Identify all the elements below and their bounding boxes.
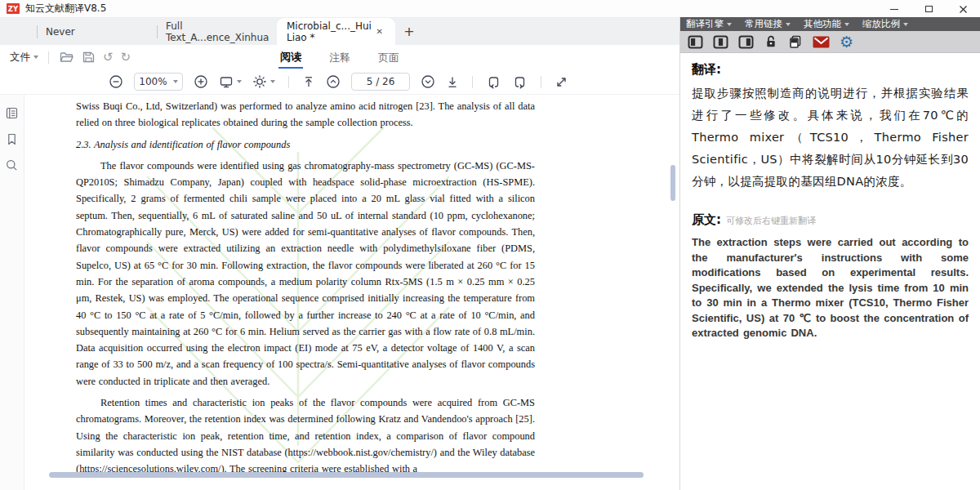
menu-label: 常用链接 bbox=[745, 18, 782, 30]
search-panel-button[interactable] bbox=[5, 158, 19, 172]
bookmark-panel-button[interactable] bbox=[5, 132, 19, 146]
zoom-level-select[interactable]: 100% bbox=[134, 73, 183, 91]
translation-panel: 翻译引擎 常用链接 其他功能 缩放比例 ⚙ bbox=[679, 17, 980, 490]
layout-left-pane-button[interactable] bbox=[688, 35, 703, 49]
menu-label: 翻译引擎 bbox=[686, 18, 724, 30]
document-viewport: Swiss Buqi Co., Ltd, Switzerland) was pe… bbox=[0, 95, 679, 490]
download-button[interactable] bbox=[446, 75, 459, 89]
viewer-sidebar bbox=[0, 95, 24, 490]
toolbar-separator bbox=[541, 76, 541, 88]
tab-close-icon[interactable]: ✕ bbox=[374, 25, 385, 38]
original-label-row: 原文: 可修改后右键重新翻译 bbox=[692, 212, 969, 228]
previous-page-button[interactable] bbox=[326, 74, 341, 89]
menu-common-links[interactable]: 常用链接 bbox=[745, 18, 791, 30]
go-to-top-button[interactable] bbox=[302, 75, 315, 89]
layout-right-pane-button[interactable] bbox=[738, 35, 754, 49]
tab-never[interactable]: Never bbox=[38, 18, 157, 45]
maximize-icon bbox=[925, 6, 933, 12]
tab-page[interactable]: 页面 bbox=[376, 47, 401, 68]
tab-reading[interactable]: 阅读 bbox=[278, 47, 303, 69]
paragraph-intro: Swiss Buqi Co., Ltd, Switzerland) was pe… bbox=[76, 98, 535, 131]
chevron-down-icon bbox=[786, 23, 791, 26]
original-hint: 可修改后右键重新翻译 bbox=[726, 215, 816, 227]
background-theme-select[interactable] bbox=[252, 74, 275, 89]
toolbar-separator bbox=[48, 51, 49, 64]
pdf-reader-region: Never Full Text_A...ence_Xinhua Microbia… bbox=[0, 18, 679, 490]
menu-label: 缩放比例 bbox=[862, 18, 900, 30]
chevron-down-icon bbox=[903, 23, 908, 26]
horizontal-scrollbar[interactable] bbox=[49, 472, 644, 478]
pdf-toolbar: 100% bbox=[0, 69, 679, 95]
minimize-button[interactable] bbox=[877, 0, 911, 18]
vertical-scrollbar[interactable] bbox=[670, 165, 675, 201]
tab-annotation[interactable]: 注释 bbox=[327, 47, 352, 68]
zoom-in-button[interactable] bbox=[194, 74, 208, 89]
paragraph-retention: Retention times and characteristic ion p… bbox=[76, 394, 535, 477]
menu-label: 其他功能 bbox=[804, 18, 841, 30]
toolbar-separator bbox=[472, 76, 473, 88]
close-icon bbox=[959, 5, 968, 14]
zoom-level-value: 100% bbox=[139, 76, 167, 87]
layout-center-pane-button[interactable] bbox=[713, 35, 728, 49]
rotate-left-button[interactable] bbox=[486, 74, 501, 90]
next-page-button[interactable] bbox=[421, 74, 435, 89]
pdf-page-text: Swiss Buqi Co., Ltd, Switzerland) was pe… bbox=[76, 98, 535, 478]
chevron-down-icon bbox=[727, 23, 732, 26]
translation-text[interactable]: 提取步骤按照制造商的说明进行，并根据实验结果进行了一些修改。具体来说，我们在70… bbox=[692, 82, 969, 193]
plus-icon: + bbox=[403, 24, 414, 39]
chevron-down-icon bbox=[33, 56, 38, 59]
settings-gear-button[interactable]: ⚙ bbox=[840, 34, 853, 50]
display-mode-icon bbox=[219, 75, 234, 89]
original-label: 原文: bbox=[692, 212, 721, 228]
chevron-down-icon bbox=[270, 80, 275, 83]
undo-button[interactable]: ↺ bbox=[103, 51, 114, 64]
app-window: ZY 知云文献翻译V8.5 Never Full Text_A...ence_X… bbox=[0, 0, 980, 490]
tab-bar-spacer bbox=[0, 18, 37, 45]
close-button[interactable] bbox=[946, 0, 980, 18]
copy-pages-button[interactable] bbox=[788, 34, 803, 49]
minimize-icon bbox=[890, 9, 898, 10]
tab-label: Microbial_c..._Hui Liao * bbox=[287, 20, 374, 43]
redo-button[interactable]: ↻ bbox=[121, 51, 131, 64]
tab-fulltext[interactable]: Full Text_A...ence_Xinhua bbox=[158, 18, 277, 45]
title-bar: ZY 知云文献翻译V8.5 bbox=[0, 0, 980, 18]
chevron-down-icon bbox=[237, 80, 242, 83]
menu-zoom-ratio[interactable]: 缩放比例 bbox=[862, 18, 908, 30]
file-group: 文件 ↺ ↻ bbox=[10, 51, 131, 65]
section-heading: 2.3. Analysis and identification of flav… bbox=[76, 136, 535, 153]
toolbar-separator bbox=[288, 76, 289, 88]
panel-content: 翻译: 提取步骤按照制造商的说明进行，并根据实验结果进行了一些修改。具体来说，我… bbox=[680, 53, 980, 341]
fullscreen-button[interactable] bbox=[555, 75, 568, 89]
main-toolbar: 文件 ↺ ↻ 阅读 注释 页面 bbox=[0, 45, 679, 69]
zoom-out-button[interactable] bbox=[109, 74, 123, 89]
tab-label: Full Text_A...ence_Xinhua bbox=[166, 20, 277, 43]
brightness-icon bbox=[252, 74, 267, 89]
open-folder-button[interactable] bbox=[59, 51, 74, 64]
rotate-right-button[interactable] bbox=[512, 74, 528, 90]
panel-menu-bar: 翻译引擎 常用链接 其他功能 缩放比例 bbox=[680, 17, 980, 31]
save-button[interactable] bbox=[82, 51, 96, 64]
maximize-button[interactable] bbox=[911, 0, 946, 18]
app-logo-icon: ZY bbox=[7, 3, 20, 14]
app-title: 知云文献翻译V8.5 bbox=[25, 2, 106, 16]
page-display-mode-select[interactable] bbox=[219, 75, 242, 89]
file-menu[interactable]: 文件 bbox=[10, 51, 38, 65]
page-number-input[interactable] bbox=[351, 73, 410, 91]
thumbnails-panel-button[interactable] bbox=[5, 106, 19, 120]
file-menu-label: 文件 bbox=[10, 51, 30, 65]
original-text[interactable]: The extraction steps were carried out ac… bbox=[692, 235, 969, 341]
tab-microbial-active[interactable]: Microbial_c..._Hui Liao * ✕ bbox=[277, 18, 395, 45]
document-tab-bar: Never Full Text_A...ence_Xinhua Microbia… bbox=[0, 18, 679, 45]
window-controls bbox=[877, 0, 980, 18]
menu-translation-engine[interactable]: 翻译引擎 bbox=[686, 18, 732, 30]
email-button[interactable] bbox=[813, 36, 830, 48]
tab-label: Never bbox=[46, 26, 75, 38]
chevron-down-icon bbox=[844, 23, 849, 26]
chevron-down-icon bbox=[173, 80, 178, 83]
panel-icon-bar: ⚙ bbox=[680, 31, 980, 53]
new-tab-button[interactable]: + bbox=[395, 18, 423, 45]
menu-other-functions[interactable]: 其他功能 bbox=[804, 18, 849, 30]
paragraph-methods: The flavor compounds were identified usi… bbox=[76, 158, 535, 390]
unlock-button[interactable] bbox=[764, 34, 778, 49]
translation-label: 翻译: bbox=[692, 62, 969, 78]
